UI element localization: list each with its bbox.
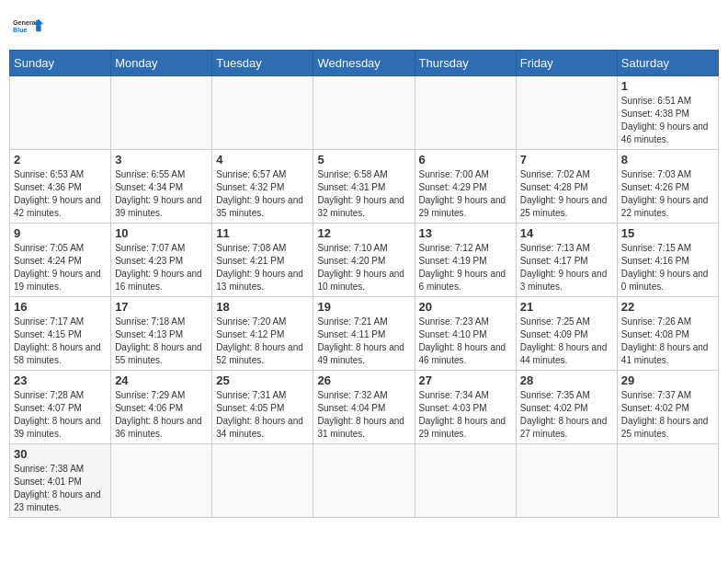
calendar-cell: 24Sunrise: 7:29 AM Sunset: 4:06 PM Dayli…: [111, 371, 212, 444]
calendar-cell: 2Sunrise: 6:53 AM Sunset: 4:36 PM Daylig…: [10, 150, 111, 224]
day-info: Sunrise: 7:13 AM Sunset: 4:17 PM Dayligh…: [520, 242, 613, 293]
day-info: Sunrise: 7:25 AM Sunset: 4:09 PM Dayligh…: [520, 316, 613, 367]
day-number: 24: [115, 373, 208, 387]
logo-icon: GeneralBlue: [13, 9, 46, 42]
day-info: Sunrise: 7:26 AM Sunset: 4:08 PM Dayligh…: [621, 316, 714, 367]
calendar-cell: [111, 444, 212, 518]
day-number: 22: [621, 300, 714, 314]
day-info: Sunrise: 7:18 AM Sunset: 4:13 PM Dayligh…: [115, 316, 208, 367]
weekday-header-row: SundayMondayTuesdayWednesdayThursdayFrid…: [10, 51, 719, 76]
day-info: Sunrise: 7:34 AM Sunset: 4:03 PM Dayligh…: [419, 389, 512, 441]
calendar-table: SundayMondayTuesdayWednesdayThursdayFrid…: [9, 50, 719, 518]
day-info: Sunrise: 7:21 AM Sunset: 4:11 PM Dayligh…: [317, 316, 410, 367]
calendar-cell: 27Sunrise: 7:34 AM Sunset: 4:03 PM Dayli…: [415, 371, 516, 444]
day-number: 28: [520, 373, 613, 387]
calendar-cell: 17Sunrise: 7:18 AM Sunset: 4:13 PM Dayli…: [111, 297, 212, 371]
logo: GeneralBlue: [13, 9, 46, 42]
day-number: 13: [419, 226, 512, 240]
day-info: Sunrise: 6:51 AM Sunset: 4:38 PM Dayligh…: [621, 95, 714, 146]
calendar-cell: 13Sunrise: 7:12 AM Sunset: 4:19 PM Dayli…: [415, 224, 516, 297]
calendar-cell: 6Sunrise: 7:00 AM Sunset: 4:29 PM Daylig…: [415, 150, 516, 224]
calendar-cell: 30Sunrise: 7:38 AM Sunset: 4:01 PM Dayli…: [10, 444, 111, 518]
calendar-cell: 28Sunrise: 7:35 AM Sunset: 4:02 PM Dayli…: [516, 371, 617, 444]
day-number: 18: [216, 300, 309, 314]
weekday-header-monday: Monday: [111, 51, 212, 76]
day-info: Sunrise: 7:32 AM Sunset: 4:04 PM Dayligh…: [317, 389, 410, 441]
day-info: Sunrise: 7:20 AM Sunset: 4:12 PM Dayligh…: [216, 316, 309, 367]
calendar-week-row: 30Sunrise: 7:38 AM Sunset: 4:01 PM Dayli…: [10, 444, 719, 518]
day-info: Sunrise: 7:10 AM Sunset: 4:20 PM Dayligh…: [317, 242, 410, 293]
page-header: GeneralBlue: [9, 9, 719, 42]
day-info: Sunrise: 7:31 AM Sunset: 4:05 PM Dayligh…: [216, 389, 309, 441]
calendar-week-row: 2Sunrise: 6:53 AM Sunset: 4:36 PM Daylig…: [10, 150, 719, 224]
day-number: 29: [621, 373, 714, 387]
calendar-cell: 8Sunrise: 7:03 AM Sunset: 4:26 PM Daylig…: [617, 150, 718, 224]
day-info: Sunrise: 6:55 AM Sunset: 4:34 PM Dayligh…: [115, 168, 208, 220]
calendar-cell: 3Sunrise: 6:55 AM Sunset: 4:34 PM Daylig…: [111, 150, 212, 224]
day-number: 8: [621, 153, 714, 167]
day-info: Sunrise: 7:37 AM Sunset: 4:02 PM Dayligh…: [621, 389, 714, 441]
day-number: 16: [14, 300, 107, 314]
calendar-cell: [212, 444, 313, 518]
day-number: 12: [317, 226, 410, 240]
day-number: 17: [115, 300, 208, 314]
day-info: Sunrise: 7:35 AM Sunset: 4:02 PM Dayligh…: [520, 389, 613, 441]
calendar-cell: 12Sunrise: 7:10 AM Sunset: 4:20 PM Dayli…: [313, 224, 415, 297]
calendar-cell: [516, 444, 617, 518]
day-number: 14: [520, 226, 613, 240]
calendar-cell: [617, 444, 718, 518]
day-info: Sunrise: 7:02 AM Sunset: 4:28 PM Dayligh…: [520, 168, 613, 220]
calendar-cell: [415, 76, 516, 150]
day-info: Sunrise: 6:53 AM Sunset: 4:36 PM Dayligh…: [14, 168, 107, 220]
calendar-cell: [516, 76, 617, 150]
day-info: Sunrise: 7:23 AM Sunset: 4:10 PM Dayligh…: [419, 316, 512, 367]
calendar-cell: [111, 76, 212, 150]
calendar-cell: 23Sunrise: 7:28 AM Sunset: 4:07 PM Dayli…: [10, 371, 111, 444]
weekday-header-saturday: Saturday: [617, 51, 718, 76]
calendar-cell: 26Sunrise: 7:32 AM Sunset: 4:04 PM Dayli…: [313, 371, 415, 444]
day-number: 19: [317, 300, 410, 314]
day-info: Sunrise: 7:07 AM Sunset: 4:23 PM Dayligh…: [115, 242, 208, 293]
day-info: Sunrise: 7:15 AM Sunset: 4:16 PM Dayligh…: [621, 242, 714, 293]
calendar-cell: 20Sunrise: 7:23 AM Sunset: 4:10 PM Dayli…: [415, 297, 516, 371]
day-number: 6: [419, 153, 512, 167]
day-number: 25: [216, 373, 309, 387]
calendar-cell: 25Sunrise: 7:31 AM Sunset: 4:05 PM Dayli…: [212, 371, 313, 444]
day-info: Sunrise: 7:12 AM Sunset: 4:19 PM Dayligh…: [419, 242, 512, 293]
day-info: Sunrise: 7:08 AM Sunset: 4:21 PM Dayligh…: [216, 242, 309, 293]
calendar-week-row: 9Sunrise: 7:05 AM Sunset: 4:24 PM Daylig…: [10, 224, 719, 297]
calendar-cell: 1Sunrise: 6:51 AM Sunset: 4:38 PM Daylig…: [617, 76, 718, 150]
calendar-week-row: 16Sunrise: 7:17 AM Sunset: 4:15 PM Dayli…: [10, 297, 719, 371]
calendar-cell: [212, 76, 313, 150]
day-info: Sunrise: 7:03 AM Sunset: 4:26 PM Dayligh…: [621, 168, 714, 220]
calendar-cell: 19Sunrise: 7:21 AM Sunset: 4:11 PM Dayli…: [313, 297, 415, 371]
calendar-cell: [313, 444, 415, 518]
day-info: Sunrise: 7:17 AM Sunset: 4:15 PM Dayligh…: [14, 316, 107, 367]
weekday-header-friday: Friday: [516, 51, 617, 76]
weekday-header-wednesday: Wednesday: [313, 51, 415, 76]
day-number: 30: [14, 447, 107, 461]
calendar-cell: 11Sunrise: 7:08 AM Sunset: 4:21 PM Dayli…: [212, 224, 313, 297]
calendar-cell: [313, 76, 415, 150]
day-number: 15: [621, 226, 714, 240]
calendar-cell: 4Sunrise: 6:57 AM Sunset: 4:32 PM Daylig…: [212, 150, 313, 224]
calendar-cell: 18Sunrise: 7:20 AM Sunset: 4:12 PM Dayli…: [212, 297, 313, 371]
day-number: 4: [216, 153, 309, 167]
day-number: 27: [419, 373, 512, 387]
weekday-header-thursday: Thursday: [415, 51, 516, 76]
day-info: Sunrise: 7:28 AM Sunset: 4:07 PM Dayligh…: [14, 389, 107, 441]
day-info: Sunrise: 7:29 AM Sunset: 4:06 PM Dayligh…: [115, 389, 208, 441]
svg-text:Blue: Blue: [13, 26, 28, 34]
day-number: 23: [14, 373, 107, 387]
calendar-cell: 7Sunrise: 7:02 AM Sunset: 4:28 PM Daylig…: [516, 150, 617, 224]
calendar-cell: [10, 76, 111, 150]
day-number: 3: [115, 153, 208, 167]
day-info: Sunrise: 7:00 AM Sunset: 4:29 PM Dayligh…: [419, 168, 512, 220]
day-info: Sunrise: 6:57 AM Sunset: 4:32 PM Dayligh…: [216, 168, 309, 220]
day-number: 20: [419, 300, 512, 314]
calendar-cell: 9Sunrise: 7:05 AM Sunset: 4:24 PM Daylig…: [10, 224, 111, 297]
day-number: 2: [14, 153, 107, 167]
calendar-cell: 29Sunrise: 7:37 AM Sunset: 4:02 PM Dayli…: [617, 371, 718, 444]
day-number: 1: [621, 79, 714, 93]
weekday-header-sunday: Sunday: [10, 51, 111, 76]
